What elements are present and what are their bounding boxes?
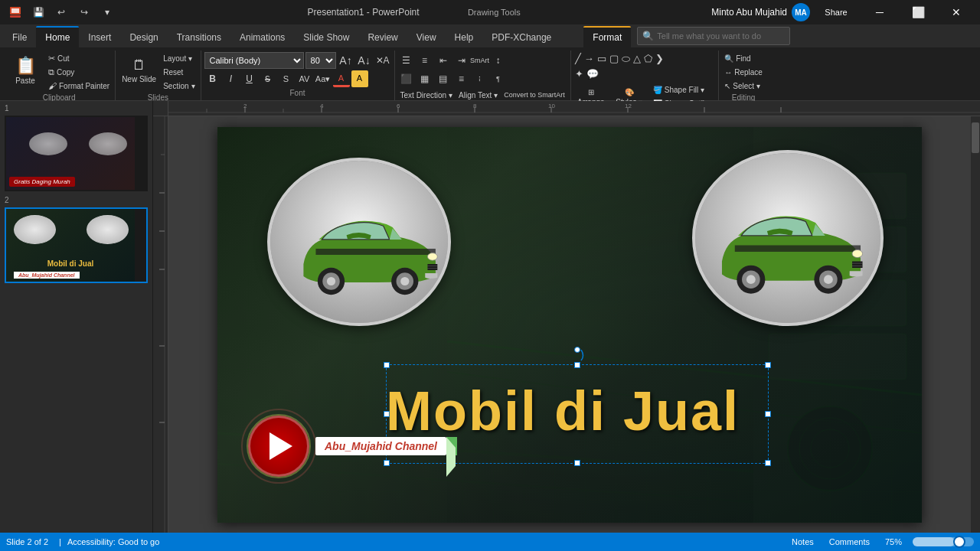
slide-1-oval1 — [29, 132, 67, 155]
svg-text:8: 8 — [473, 103, 477, 109]
minimize-button[interactable]: ─ — [862, 0, 897, 24]
restore-button[interactable]: ⬜ — [900, 0, 936, 24]
undo-button[interactable]: ↩ — [52, 3, 70, 21]
slide-2-thumbnail[interactable]: Mobil di Jual Abu_Mujahid Channel — [5, 207, 148, 283]
bold-button[interactable]: B — [204, 70, 221, 87]
scroll-thumb-v[interactable] — [972, 122, 979, 153]
share-button[interactable]: Share — [813, 0, 859, 24]
accessibility-status: Accessibility: Good to go — [67, 537, 159, 546]
copy-button[interactable]: ⧉ Copy — [46, 66, 112, 78]
tab-slideshow[interactable]: Slide Show — [294, 28, 358, 47]
star4-icon[interactable]: ✦ — [574, 67, 584, 80]
svg-text:10: 10 — [548, 103, 555, 109]
handle-tm[interactable] — [574, 362, 580, 368]
underline-button[interactable]: U — [241, 70, 258, 87]
handle-bm[interactable] — [574, 460, 580, 466]
callout-icon[interactable]: 💬 — [586, 67, 599, 80]
layout-button[interactable]: Layout▾ — [161, 52, 197, 64]
pentagon-icon[interactable]: ⬠ — [643, 52, 653, 66]
handle-br[interactable] — [765, 460, 771, 466]
customize-qat-button[interactable]: ▾ — [98, 3, 116, 21]
replace-button[interactable]: ↔ Replace — [722, 66, 765, 78]
svg-point-49 — [400, 276, 409, 285]
tab-help[interactable]: Help — [446, 28, 483, 47]
columns-button[interactable]: ⫶ — [472, 70, 488, 87]
canvas-area[interactable]: Mobil di Jual Abu_Mujahid Channel — [168, 116, 971, 533]
decrease-font-button[interactable]: A↓ — [356, 52, 373, 69]
handle-tl[interactable] — [384, 362, 390, 368]
cut-button[interactable]: ✂ Cut — [46, 52, 112, 64]
shadow-button[interactable]: S — [278, 70, 295, 87]
align-left-button[interactable]: ⬛ — [398, 70, 415, 87]
triangle-icon[interactable]: △ — [632, 52, 642, 66]
justify-button[interactable]: ≡ — [453, 70, 470, 87]
smart-art-button[interactable]: SmArt — [472, 52, 488, 69]
new-slide-button[interactable]: 🗒 New Slide — [119, 52, 159, 89]
rect-icon[interactable]: ▭ — [596, 52, 607, 66]
handle-mr[interactable] — [765, 411, 771, 417]
tab-insert[interactable]: Insert — [79, 28, 120, 47]
align-center-button[interactable]: ▦ — [416, 70, 433, 87]
styles-icon: 🎨 — [625, 88, 634, 96]
zoom-thumb[interactable] — [953, 536, 965, 548]
slide-1-thumbnail[interactable]: Gratis Daging Murah — [5, 116, 148, 191]
rect-round-icon[interactable]: ▢ — [609, 52, 619, 66]
tab-review[interactable]: Review — [358, 28, 407, 47]
font-family-select[interactable]: Calibri (Body) — [204, 52, 304, 69]
align-right-button[interactable]: ▤ — [435, 70, 452, 87]
tab-pdf[interactable]: PDF-XChange — [482, 28, 560, 47]
drawing-tools-label: Drawing Tools — [468, 8, 521, 17]
svg-rect-39 — [769, 334, 906, 380]
paragraph-dialog-button[interactable]: ¶ — [490, 70, 507, 87]
strikethrough-button[interactable]: S̶ — [260, 70, 276, 87]
increase-indent-button[interactable]: ⇥ — [453, 52, 470, 69]
tab-view[interactable]: View — [407, 28, 446, 47]
search-bar[interactable]: 🔍 — [637, 27, 790, 45]
notes-button[interactable]: Notes — [787, 537, 818, 546]
line-icon[interactable]: ╱ — [574, 52, 582, 66]
line-spacing-button[interactable]: ↕ — [490, 52, 507, 69]
comments-button[interactable]: Comments — [825, 537, 874, 546]
reset-button[interactable]: Reset — [161, 66, 197, 78]
find-button[interactable]: 🔍 Find — [722, 52, 765, 64]
tab-design[interactable]: Design — [120, 28, 167, 47]
format-painter-button[interactable]: 🖌 Format Painter — [46, 80, 112, 92]
slide-2-oval1 — [14, 215, 56, 244]
decrease-indent-button[interactable]: ⇤ — [435, 52, 452, 69]
tab-file[interactable]: File — [3, 28, 36, 47]
align-text-button[interactable]: Align Text▾ — [456, 89, 500, 101]
handle-tr[interactable] — [765, 362, 771, 368]
slide-1-canvas: Gratis Daging Murah — [6, 117, 135, 190]
arrow-icon[interactable]: → — [583, 52, 595, 66]
increase-font-button[interactable]: A↑ — [338, 52, 354, 69]
close-button[interactable]: ✕ — [939, 0, 974, 24]
search-input[interactable] — [657, 31, 779, 41]
section-button[interactable]: Section▾ — [161, 80, 197, 92]
char-spacing-button[interactable]: AV — [296, 70, 313, 87]
chevron-icon[interactable]: ❯ — [655, 52, 665, 66]
text-direction-button[interactable]: Text Direction▾ — [398, 89, 456, 101]
shape-fill-button[interactable]: 🪣 Shape Fill▾ — [651, 83, 715, 96]
tab-animations[interactable]: Animations — [230, 28, 294, 47]
slide-2-canvas: Mobil di Jual Abu_Mujahid Channel — [6, 209, 135, 282]
tab-transitions[interactable]: Transitions — [168, 28, 230, 47]
select-button[interactable]: ↖ Select▾ — [722, 80, 765, 92]
numbering-button[interactable]: ≡ — [416, 52, 433, 69]
clear-format-button[interactable]: ✕A — [374, 52, 391, 69]
tab-home[interactable]: Home — [36, 26, 79, 47]
convert-smartart-button[interactable]: Convert to SmartArt — [501, 89, 567, 101]
shapes-row: ╱ → ▭ ▢ ⬭ △ ⬠ ❯ ✦ 💬 — [574, 52, 666, 80]
save-qat-button[interactable]: 💾 — [29, 3, 47, 21]
highlight-button[interactable]: A — [351, 70, 368, 87]
italic-button[interactable]: I — [223, 70, 240, 87]
tab-format[interactable]: Format — [583, 26, 631, 47]
font-size-select[interactable]: 80 — [305, 52, 336, 69]
font-color-button[interactable]: A — [333, 70, 350, 87]
bullets-button[interactable]: ☰ — [398, 52, 415, 69]
redo-button[interactable]: ↪ — [75, 3, 93, 21]
change-case-button[interactable]: Aa▾ — [315, 70, 332, 87]
oval-icon[interactable]: ⬭ — [621, 52, 631, 66]
paste-button[interactable]: 📋 Paste — [6, 52, 44, 89]
zoom-slider[interactable] — [913, 537, 974, 546]
vertical-scrollbar[interactable] — [971, 116, 980, 533]
